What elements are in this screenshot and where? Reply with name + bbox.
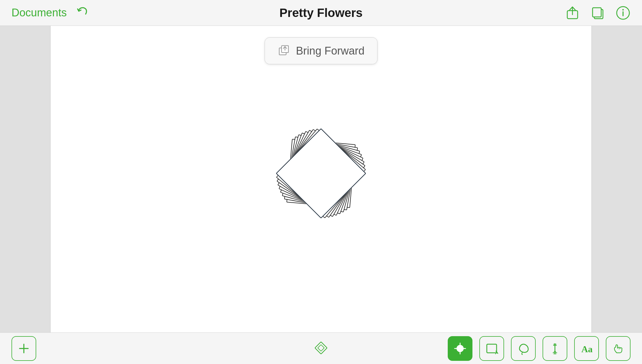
svg-rect-18 bbox=[276, 129, 366, 218]
svg-point-6 bbox=[622, 9, 624, 10]
bring-forward-label: Bring Forward bbox=[296, 45, 365, 57]
lasso-tool-button[interactable] bbox=[511, 336, 536, 361]
add-button[interactable] bbox=[11, 336, 36, 361]
documents-link[interactable]: Documents bbox=[11, 7, 67, 19]
hand-tool-button[interactable] bbox=[606, 336, 631, 361]
right-panel bbox=[592, 26, 642, 332]
select-tool-button[interactable] bbox=[448, 336, 472, 361]
canvas-wrapper: Bring Forward bbox=[0, 26, 642, 332]
bring-forward-icon bbox=[278, 44, 290, 58]
pen-tool-button[interactable] bbox=[543, 336, 567, 361]
header: Documents Pretty Flowers bbox=[0, 0, 642, 26]
toolbar-center bbox=[312, 339, 330, 358]
header-left: Documents bbox=[11, 5, 218, 21]
undo-button[interactable] bbox=[75, 5, 89, 21]
share-button[interactable] bbox=[565, 5, 580, 20]
rectangle-tool-button[interactable] bbox=[479, 336, 504, 361]
left-panel bbox=[0, 26, 50, 332]
toolbar-right: Aa bbox=[330, 336, 631, 361]
toolbar-left bbox=[11, 336, 312, 361]
svg-rect-23 bbox=[318, 344, 324, 351]
duplicate-button[interactable] bbox=[590, 5, 605, 20]
svg-rect-3 bbox=[593, 8, 601, 17]
canvas[interactable]: Bring Forward bbox=[50, 26, 592, 332]
header-right bbox=[424, 5, 631, 20]
text-tool-button[interactable]: Aa bbox=[574, 336, 599, 361]
svg-text:Aa: Aa bbox=[581, 344, 593, 354]
svg-rect-22 bbox=[315, 342, 327, 354]
info-button[interactable] bbox=[616, 5, 631, 20]
center-diamond-icon bbox=[312, 339, 330, 358]
svg-rect-32 bbox=[487, 344, 497, 353]
bottom-toolbar: Aa bbox=[0, 332, 642, 364]
svg-point-31 bbox=[459, 348, 461, 349]
flower-illustration bbox=[261, 113, 381, 234]
document-title: Pretty Flowers bbox=[218, 6, 424, 20]
bring-forward-tooltip[interactable]: Bring Forward bbox=[265, 37, 378, 64]
